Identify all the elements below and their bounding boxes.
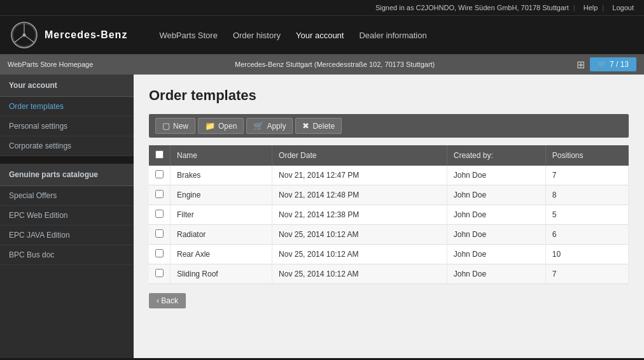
apply-label: Apply xyxy=(267,122,286,131)
table-row: Radiator Nov 25, 2014 10:12 AM John Doe … xyxy=(149,225,629,245)
row-name: Engine xyxy=(171,185,272,205)
logout-link[interactable]: Logout xyxy=(612,4,634,11)
delete-icon: ✖ xyxy=(302,121,309,131)
homepage-link[interactable]: WebParts Store Homepage xyxy=(8,61,93,68)
table-row: Brakes Nov 21, 2014 12:47 PM John Doe 7 xyxy=(149,166,629,185)
separator: | xyxy=(573,4,575,11)
row-created-by: John Doe xyxy=(447,205,545,225)
row-positions: 6 xyxy=(545,225,628,245)
row-name: Filter xyxy=(171,205,272,225)
main-nav: WebParts Store Order history Your accoun… xyxy=(159,31,426,40)
row-positions: 8 xyxy=(545,185,628,205)
signed-in-text: Signed in as C2JOHNDO, Wire Süden GmbH, … xyxy=(375,4,569,11)
open-label: Open xyxy=(218,122,237,131)
row-checkbox[interactable] xyxy=(155,190,164,198)
svg-line-3 xyxy=(14,35,24,43)
col-checkbox xyxy=(149,145,171,166)
col-order-date: Order Date xyxy=(272,145,447,166)
sub-bar-right: ⊞ 🛒 7 / 13 xyxy=(577,57,636,71)
table-row: Rear Axle Nov 25, 2014 10:12 AM John Doe… xyxy=(149,245,629,264)
row-name: Radiator xyxy=(171,225,272,245)
row-created-by: John Doe xyxy=(447,225,545,245)
account-section-title: Your account xyxy=(0,75,134,97)
nav-dealer-information[interactable]: Dealer information xyxy=(359,31,426,40)
row-order-date: Nov 21, 2014 12:38 PM xyxy=(272,205,447,225)
apply-icon: 🛒 xyxy=(253,121,263,131)
table-body: Brakes Nov 21, 2014 12:47 PM John Doe 7 … xyxy=(149,166,629,284)
col-positions: Positions xyxy=(545,145,628,166)
open-icon: 📁 xyxy=(205,121,215,131)
delete-button[interactable]: ✖ Delete xyxy=(295,118,342,134)
help-link[interactable]: Help xyxy=(584,4,598,11)
row-positions: 5 xyxy=(545,205,628,225)
row-order-date: Nov 25, 2014 10:12 AM xyxy=(272,225,447,245)
sidebar-item-bpc-bus[interactable]: BPC Bus doc xyxy=(0,245,134,265)
cart-count: 7 / 13 xyxy=(610,60,629,69)
sidebar-gap xyxy=(0,156,134,164)
calculator-icon[interactable]: ⊞ xyxy=(577,59,585,71)
dealer-info: Mercedes-Benz Stuttgart (Mercedesstraße … xyxy=(93,61,577,68)
row-order-date: Nov 25, 2014 10:12 AM xyxy=(272,245,447,264)
new-label: New xyxy=(173,122,188,131)
row-checkbox[interactable] xyxy=(155,210,164,218)
new-button[interactable]: ▢ New xyxy=(155,118,195,134)
sidebar-item-epc-java[interactable]: EPC JAVA Edition xyxy=(0,226,134,245)
row-checkbox-cell[interactable] xyxy=(149,185,171,205)
select-all-checkbox[interactable] xyxy=(155,150,164,159)
svg-line-4 xyxy=(24,35,34,43)
nav-your-account[interactable]: Your account xyxy=(296,31,344,40)
row-checkbox[interactable] xyxy=(155,249,164,257)
svg-point-5 xyxy=(23,34,26,37)
order-table: Name Order Date Created by: Positions Br… xyxy=(149,145,629,284)
brand-name: Mercedes-Benz xyxy=(45,29,127,41)
separator2: | xyxy=(602,4,604,11)
cart-button[interactable]: 🛒 7 / 13 xyxy=(590,57,636,71)
row-positions: 10 xyxy=(545,245,628,264)
row-checkbox-cell[interactable] xyxy=(149,205,171,225)
header: Mercedes-Benz WebParts Store Order histo… xyxy=(0,16,644,54)
row-created-by: John Doe xyxy=(447,166,545,185)
row-checkbox[interactable] xyxy=(155,170,164,178)
row-created-by: John Doe xyxy=(447,245,545,264)
row-order-date: Nov 25, 2014 10:12 AM xyxy=(272,264,447,284)
sub-bar: WebParts Store Homepage Mercedes-Benz St… xyxy=(0,54,644,75)
sidebar-item-corporate-settings[interactable]: Corporate settings xyxy=(0,136,134,156)
table-row: Sliding Roof Nov 25, 2014 10:12 AM John … xyxy=(149,264,629,284)
row-checkbox-cell[interactable] xyxy=(149,264,171,284)
table-row: Engine Nov 21, 2014 12:48 PM John Doe 8 xyxy=(149,185,629,205)
row-checkbox-cell[interactable] xyxy=(149,245,171,264)
row-created-by: John Doe xyxy=(447,264,545,284)
sidebar: Your account Order templates Personal se… xyxy=(0,75,134,358)
row-checkbox[interactable] xyxy=(155,269,164,277)
row-name: Rear Axle xyxy=(171,245,272,264)
sidebar-item-epc-web[interactable]: EPC Web Edition xyxy=(0,206,134,226)
row-positions: 7 xyxy=(545,264,628,284)
top-bar: Signed in as C2JOHNDO, Wire Süden GmbH, … xyxy=(0,0,644,16)
page-title: Order templates xyxy=(149,87,629,104)
row-checkbox-cell[interactable] xyxy=(149,225,171,245)
table-header-row: Name Order Date Created by: Positions xyxy=(149,145,629,166)
row-order-date: Nov 21, 2014 12:47 PM xyxy=(272,166,447,185)
row-positions: 7 xyxy=(545,166,628,185)
row-order-date: Nov 21, 2014 12:48 PM xyxy=(272,185,447,205)
sidebar-item-order-templates[interactable]: Order templates xyxy=(0,97,134,117)
sidebar-item-personal-settings[interactable]: Personal settings xyxy=(0,117,134,136)
row-name: Brakes xyxy=(171,166,272,185)
col-created-by: Created by: xyxy=(447,145,545,166)
new-icon: ▢ xyxy=(162,121,170,131)
catalogue-section-title: Genuine parts catalogue xyxy=(0,164,134,186)
nav-webparts-store[interactable]: WebParts Store xyxy=(159,31,218,40)
delete-label: Delete xyxy=(312,122,335,131)
back-button[interactable]: ‹ Back xyxy=(149,293,186,308)
nav-order-history[interactable]: Order history xyxy=(233,31,281,40)
row-checkbox-cell[interactable] xyxy=(149,166,171,185)
sidebar-item-special-offers[interactable]: Special Offers xyxy=(0,186,134,206)
col-name: Name xyxy=(171,145,272,166)
row-checkbox[interactable] xyxy=(155,229,164,238)
mercedes-logo xyxy=(10,21,38,49)
open-button[interactable]: 📁 Open xyxy=(198,118,244,134)
logo-area: Mercedes-Benz xyxy=(10,21,127,49)
row-name: Sliding Roof xyxy=(171,264,272,284)
apply-button[interactable]: 🛒 Apply xyxy=(246,118,293,134)
row-created-by: John Doe xyxy=(447,185,545,205)
